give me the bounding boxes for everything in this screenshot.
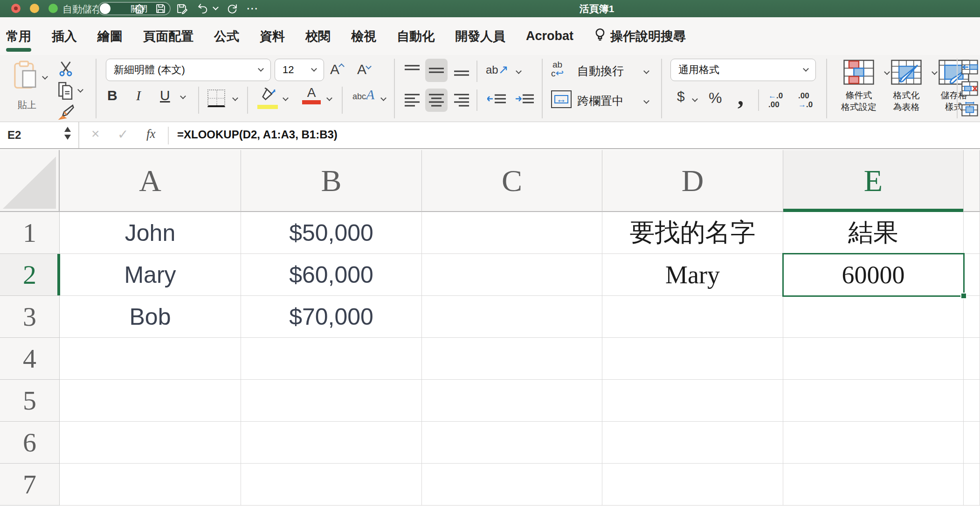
undo-button[interactable] <box>195 2 209 15</box>
cell-B6[interactable] <box>241 422 422 464</box>
merge-center-button[interactable]: ↔ <box>551 90 572 108</box>
tab-acrobat[interactable]: Acrobat <box>526 29 573 43</box>
borders-button[interactable] <box>207 89 225 107</box>
cell-D3[interactable] <box>602 296 783 338</box>
cell-B7[interactable] <box>241 464 422 506</box>
column-header-B[interactable]: B <box>241 150 422 212</box>
row-header-5[interactable]: 5 <box>0 380 60 422</box>
tab-tell-me[interactable]: 操作說明搜尋 <box>594 27 686 45</box>
cell-B5[interactable] <box>241 380 422 422</box>
cell-D7[interactable] <box>602 464 783 506</box>
font-size-select[interactable]: 12 <box>275 59 324 81</box>
cell-A4[interactable] <box>60 338 241 380</box>
cell-E6[interactable] <box>783 422 964 464</box>
cell-E1[interactable]: 結果 <box>783 212 964 254</box>
decrease-decimal-button[interactable]: .00 →.0 <box>798 91 813 109</box>
merge-center-dropdown-chevron[interactable] <box>643 98 649 104</box>
row-header-1[interactable]: 1 <box>0 212 60 254</box>
orientation-dropdown-chevron[interactable] <box>516 68 522 74</box>
merge-center-label[interactable]: 跨欄置中 <box>577 93 624 109</box>
paste-button[interactable] <box>13 60 37 90</box>
undo-dropdown-chevron[interactable] <box>213 4 219 10</box>
borders-dropdown-chevron[interactable] <box>232 95 238 101</box>
font-color-dropdown-chevron[interactable] <box>326 95 332 101</box>
cell-C6[interactable] <box>422 422 602 464</box>
formula-input[interactable]: =XLOOKUP(D2, A1:A3, B1:B3) <box>177 128 338 141</box>
currency-format-button[interactable]: $ <box>677 89 685 104</box>
paste-dropdown-chevron[interactable] <box>42 74 48 80</box>
cell-B4[interactable] <box>241 338 422 380</box>
cell-E4[interactable] <box>783 338 964 380</box>
increase-decimal-button[interactable]: ←←.0.0 .00 <box>768 91 783 109</box>
align-bottom-button[interactable] <box>450 61 473 80</box>
cell-C1[interactable] <box>422 212 602 254</box>
align-right-button[interactable] <box>450 90 473 110</box>
minimize-window-button[interactable] <box>30 4 39 13</box>
delete-cells-button[interactable] <box>961 81 978 96</box>
cell-E3[interactable] <box>783 296 964 338</box>
cell-D1[interactable]: 要找的名字 <box>602 212 783 254</box>
tab-home[interactable]: 常用 <box>6 28 31 45</box>
decrease-font-size-button[interactable]: A <box>357 62 371 77</box>
tab-insert[interactable]: 插入 <box>52 28 77 45</box>
cell-A5[interactable] <box>60 380 241 422</box>
row-header-7[interactable]: 7 <box>0 464 60 506</box>
cell-B1[interactable]: $50,000 <box>241 212 422 254</box>
zoom-window-button[interactable] <box>48 4 58 13</box>
cell-A1[interactable]: John <box>60 212 241 254</box>
fill-color-dropdown-chevron[interactable] <box>283 95 289 101</box>
align-top-button[interactable] <box>401 61 423 80</box>
align-center-button[interactable] <box>425 89 448 112</box>
percent-format-button[interactable]: % <box>709 89 722 107</box>
column-header-D[interactable]: D <box>602 150 783 212</box>
format-cells-button[interactable] <box>961 102 978 116</box>
column-header-A[interactable]: A <box>60 150 241 212</box>
cell-E5[interactable] <box>783 380 964 422</box>
tab-data[interactable]: 資料 <box>260 28 285 45</box>
copy-button[interactable] <box>56 81 76 101</box>
fill-color-button[interactable] <box>257 88 278 109</box>
cell-C5[interactable] <box>422 380 602 422</box>
confirm-button[interactable]: ✓ <box>117 127 128 142</box>
save-as-button[interactable] <box>174 2 188 15</box>
row-header-6[interactable]: 6 <box>0 422 60 464</box>
align-left-button[interactable] <box>401 90 423 110</box>
insert-function-button[interactable]: fx <box>146 127 156 141</box>
text-effects-button[interactable]: abcA <box>352 87 374 103</box>
column-header-E[interactable]: E <box>783 150 964 212</box>
number-format-select[interactable]: 通用格式 <box>670 59 816 81</box>
conditional-formatting-button[interactable]: 條件式格式設定 <box>833 60 885 113</box>
cell-B2[interactable]: $60,000 <box>241 254 422 296</box>
cut-button[interactable] <box>57 60 75 77</box>
tab-view[interactable]: 檢視 <box>351 28 376 45</box>
cell-C2[interactable] <box>422 254 602 296</box>
cell-F3-partial[interactable] <box>964 296 980 338</box>
cell-B3[interactable]: $70,000 <box>241 296 422 338</box>
orientation-button[interactable]: ab↗ <box>486 62 509 77</box>
currency-dropdown-chevron[interactable] <box>692 96 698 102</box>
text-effects-dropdown-chevron[interactable] <box>380 95 386 101</box>
close-window-button[interactable] <box>11 4 21 13</box>
italic-button[interactable]: I <box>136 88 141 103</box>
row-header-4[interactable]: 4 <box>0 338 60 380</box>
cell-E2-active[interactable]: 60000 <box>783 254 964 296</box>
cell-D5[interactable] <box>602 380 783 422</box>
more-commands-button[interactable]: ⋯ <box>246 2 260 15</box>
increase-font-size-button[interactable]: A <box>330 62 344 77</box>
save-button[interactable] <box>153 2 167 15</box>
tab-formulas[interactable]: 公式 <box>214 28 239 45</box>
row-header-3[interactable]: 3 <box>0 296 60 338</box>
cell-D4[interactable] <box>602 338 783 380</box>
column-header-F-partial[interactable] <box>964 150 980 212</box>
wrap-text-dropdown-chevron[interactable] <box>643 68 649 74</box>
cell-F4-partial[interactable] <box>964 338 980 380</box>
font-color-button[interactable]: A <box>302 86 321 104</box>
wrap-text-label[interactable]: 自動換行 <box>577 63 624 79</box>
column-header-C[interactable]: C <box>422 150 602 212</box>
cell-F2-partial[interactable] <box>964 254 980 296</box>
tab-review[interactable]: 校閱 <box>305 28 331 45</box>
cell-A7[interactable] <box>60 464 241 506</box>
cell-A3[interactable]: Bob <box>60 296 241 338</box>
cell-F1-partial[interactable] <box>964 212 980 254</box>
decrease-indent-button[interactable] <box>487 92 507 108</box>
